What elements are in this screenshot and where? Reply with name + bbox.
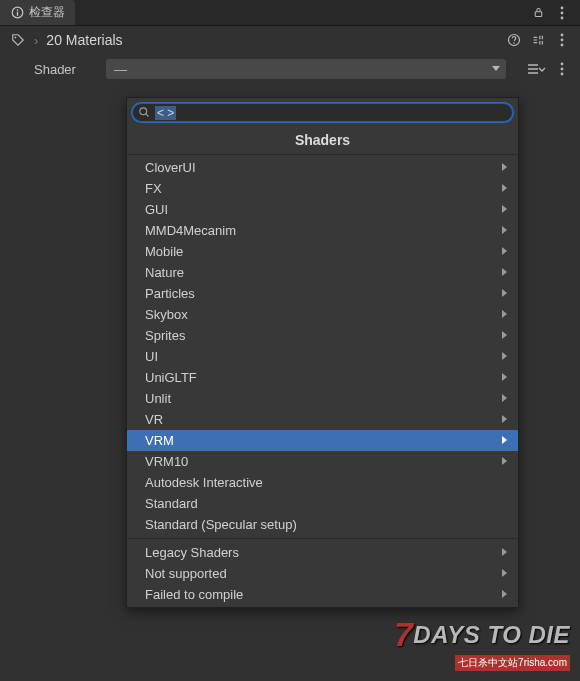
- info-icon: [10, 6, 24, 20]
- preset-icon[interactable]: [530, 32, 546, 48]
- dropdown-title: Shaders: [127, 126, 518, 155]
- watermark-prefix: 7: [394, 615, 413, 653]
- tab-bar: 检查器: [0, 0, 580, 26]
- search-input[interactable]: < >: [132, 103, 513, 122]
- watermark-sub: 七日杀中文站7risha.com: [455, 655, 570, 671]
- tab-title: 检查器: [29, 4, 65, 21]
- shader-row: Shader —: [0, 54, 580, 84]
- svg-rect-3: [535, 12, 542, 17]
- inspector-tab[interactable]: 检查器: [0, 0, 75, 25]
- list-item[interactable]: FX: [127, 178, 518, 199]
- svg-point-4: [561, 6, 564, 9]
- kebab-menu-icon[interactable]: [554, 32, 570, 48]
- lock-icon[interactable]: [530, 5, 546, 21]
- svg-point-13: [561, 63, 564, 66]
- svg-point-12: [561, 44, 564, 47]
- list-item[interactable]: CloverUI: [127, 157, 518, 178]
- list-item[interactable]: UI: [127, 346, 518, 367]
- list-item[interactable]: Standard (Specular setup): [127, 514, 518, 535]
- list-item[interactable]: Legacy Shaders: [127, 542, 518, 563]
- list-item[interactable]: GUI: [127, 199, 518, 220]
- watermark: 7DAYS TO DIE 七日杀中文站7risha.com: [394, 615, 570, 671]
- list-item[interactable]: UniGLTF: [127, 367, 518, 388]
- list-item[interactable]: Autodesk Interactive: [127, 472, 518, 493]
- svg-rect-2: [16, 12, 17, 16]
- list-item[interactable]: VRM10: [127, 451, 518, 472]
- svg-point-14: [561, 68, 564, 71]
- svg-point-10: [561, 34, 564, 37]
- list-item[interactable]: VR: [127, 409, 518, 430]
- watermark-main: DAYS TO DIE: [413, 621, 570, 648]
- tag-icon: [10, 32, 26, 48]
- svg-line-17: [146, 114, 149, 117]
- list-item[interactable]: MMD4Mecanim: [127, 220, 518, 241]
- list-item[interactable]: Particles: [127, 283, 518, 304]
- list-item[interactable]: Mobile: [127, 241, 518, 262]
- object-title: 20 Materials: [46, 32, 122, 48]
- list-item[interactable]: Not supported: [127, 563, 518, 584]
- list-item[interactable]: Skybox: [127, 304, 518, 325]
- shader-list: CloverUIFXGUIMMD4MecanimMobileNaturePart…: [127, 155, 518, 607]
- shader-value: —: [114, 62, 127, 77]
- svg-point-9: [513, 42, 515, 44]
- svg-point-16: [140, 108, 147, 115]
- object-header: › 20 Materials: [0, 26, 580, 54]
- list-item[interactable]: Unlit: [127, 388, 518, 409]
- help-icon[interactable]: [506, 32, 522, 48]
- kebab-menu-icon[interactable]: [554, 5, 570, 21]
- shader-dropdown-panel: < > Shaders CloverUIFXGUIMMD4MecanimMobi…: [126, 97, 519, 608]
- svg-point-5: [561, 11, 564, 14]
- kebab-menu-icon[interactable]: [554, 61, 570, 77]
- list-item[interactable]: Sprites: [127, 325, 518, 346]
- svg-point-15: [561, 73, 564, 76]
- svg-point-11: [561, 39, 564, 42]
- search-icon: [138, 106, 150, 120]
- list-item[interactable]: Nature: [127, 262, 518, 283]
- svg-point-7: [15, 37, 17, 39]
- breadcrumb-sep: ›: [34, 33, 38, 48]
- shader-dropdown[interactable]: —: [106, 59, 506, 79]
- shader-label: Shader: [34, 62, 96, 77]
- list-item[interactable]: Standard: [127, 493, 518, 514]
- list-item[interactable]: VRM: [127, 430, 518, 451]
- svg-point-1: [16, 9, 18, 11]
- search-value: < >: [155, 106, 176, 120]
- list-item[interactable]: Failed to compile: [127, 584, 518, 605]
- list-icon[interactable]: [526, 61, 548, 77]
- svg-point-6: [561, 16, 564, 19]
